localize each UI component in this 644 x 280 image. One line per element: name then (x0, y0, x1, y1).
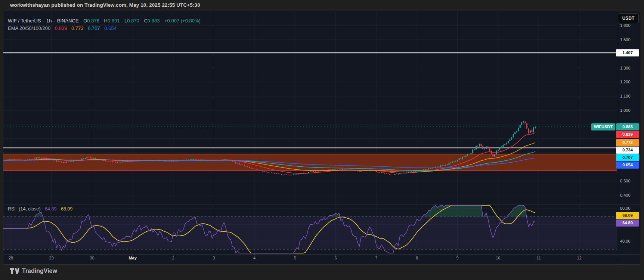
separator: · (53, 18, 55, 24)
rsi-value: 64.89 (45, 206, 56, 212)
ema-label: EMA 20/50/100/200 (8, 25, 50, 31)
interval-label: 1h (46, 18, 52, 24)
tradingview-icon (10, 268, 19, 274)
open-value: 0.876 (87, 18, 99, 24)
exchange-label: BINANCE (57, 18, 79, 24)
ema-legend[interactable]: EMA 20/50/100/200 0.839 0.772 0.707 0.65… (8, 25, 117, 31)
ema20-value: 0.839 (55, 25, 67, 31)
tradingview-window: { "attribution": "workwithshayan publish… (0, 0, 644, 280)
ema200-value: 0.654 (104, 25, 117, 31)
high-value: 0.891 (108, 18, 120, 24)
tradingview-logo-text: TradingView (22, 268, 57, 274)
rsi-title: RSI (8, 206, 16, 212)
tradingview-logo[interactable]: TradingView (10, 268, 57, 274)
rsi-ma-value: 68.09 (61, 206, 72, 212)
rsi-legend[interactable]: RSI (14, close) 64.89 68.09 (8, 206, 72, 212)
high-label: H (104, 18, 108, 24)
symbol-header[interactable]: WIF / TetherUS·1h·BINANCE O0.876 H0.891 … (8, 18, 201, 24)
currency-button[interactable]: USDT (618, 13, 639, 23)
time-scale[interactable] (3, 254, 617, 264)
open-label: O (83, 18, 87, 24)
low-value: 0.870 (127, 18, 139, 24)
ema100-value: 0.707 (88, 25, 100, 31)
separator: · (43, 18, 44, 24)
close-value: 0.883 (148, 18, 160, 24)
close-label: C (144, 18, 147, 24)
attribution-bar: workwithshayan published on TradingView.… (10, 0, 200, 10)
ema50-value: 0.772 (71, 25, 84, 31)
rsi-params: (14, close) (19, 206, 40, 212)
price-scale[interactable] (617, 11, 640, 254)
chart-plot-area[interactable] (3, 11, 617, 254)
change-value: +0.007 (+0.80%) (164, 18, 201, 24)
symbol-title: WIF / TetherUS (8, 18, 41, 24)
